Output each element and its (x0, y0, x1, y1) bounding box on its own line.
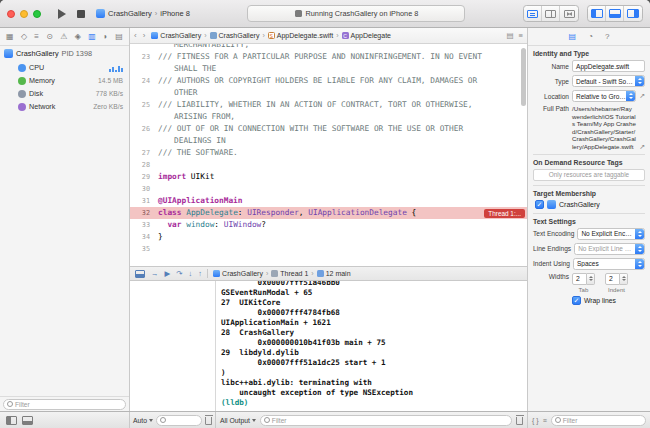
location-dropdown[interactable]: Relative to Group (572, 90, 636, 102)
debug-crumb[interactable]: CrashGallery (213, 270, 263, 277)
file-inspector-tab[interactable]: ▤ (569, 32, 577, 41)
indent-width-stepper[interactable]: 2 (605, 273, 628, 285)
reveal-location-arrow-icon[interactable]: ↗ (639, 92, 645, 100)
gauge-row-memory[interactable]: Memory14.5 MB (0, 74, 129, 87)
editor-options-icon[interactable]: ▤ (507, 31, 514, 40)
code-line[interactable]: SHALL THE (130, 63, 527, 75)
code-line[interactable]: OTHER (130, 87, 527, 99)
continue-icon[interactable]: ▶ (165, 269, 171, 279)
editor-options-icon[interactable]: ≡ (519, 31, 523, 40)
code-line[interactable]: 27/// THE SOFTWARE. (130, 147, 527, 159)
gauge-row-disk[interactable]: Disk778 KB/s (0, 87, 129, 100)
variables-scope-button[interactable]: Auto (133, 417, 153, 424)
list-icon[interactable]: ≡ (543, 417, 547, 424)
scheme-selector[interactable]: CrashGallery › iPhone 8 (96, 9, 190, 18)
jumpbar-item-project[interactable]: CrashGallery (151, 32, 201, 39)
code-line[interactable]: 34} (130, 231, 527, 243)
file-type-dropdown[interactable]: Default - Swift Source (572, 75, 645, 87)
source-control-navigator-icon[interactable]: ◇ (21, 32, 27, 41)
code-line[interactable]: 28 (130, 159, 527, 171)
console-filter-input[interactable]: Filter (260, 415, 512, 426)
symbol-navigator-icon[interactable]: ≡ (34, 32, 39, 41)
stepper-arrows-icon[interactable] (620, 273, 628, 285)
code-line[interactable]: 29import UIKit (130, 171, 527, 183)
back-button[interactable]: ‹ (134, 31, 139, 40)
console-output[interactable]: 0x00007fff51a46bb0GSEventRunModal + 6527… (216, 281, 527, 411)
test-navigator-icon[interactable]: ◈ (75, 32, 81, 41)
code-line[interactable]: DEALINGS IN (130, 135, 527, 147)
trash-icon[interactable] (205, 417, 212, 425)
find-navigator-icon[interactable]: ⊙ (46, 32, 53, 41)
code-line[interactable]: MERCHANTABILITY, (130, 44, 527, 51)
source-editor[interactable]: MERCHANTABILITY,23/// FITNESS FOR A PART… (130, 44, 527, 266)
snippets-icon[interactable]: { } (532, 417, 539, 424)
toggle-navigator-button[interactable] (588, 6, 606, 21)
debug-navigator-icon[interactable]: ▥ (88, 32, 96, 41)
hide-debug-area-icon[interactable] (135, 270, 145, 278)
version-editor-button[interactable] (560, 6, 578, 21)
indent-using-dropdown[interactable]: Spaces (573, 258, 645, 270)
variables-view[interactable] (130, 281, 216, 411)
console-line: 0x00007fff51a1dc25 start + 1 (221, 358, 527, 368)
debug-crumb[interactable]: Thread 1 (271, 270, 308, 277)
code-line[interactable]: 35 (130, 243, 527, 255)
code-line[interactable]: 32class AppDelegate: UIResponder, UIAppl… (130, 207, 527, 219)
code-line[interactable]: 33 var window: UIWindow? (130, 219, 527, 231)
reveal-path-arrow-icon[interactable]: ↗ (639, 143, 645, 151)
line-endings-dropdown[interactable]: No Explicit Line Endings (574, 243, 645, 255)
console-scope-button[interactable]: All Output (220, 417, 256, 424)
toggle-debug-area-button[interactable] (606, 6, 624, 21)
forward-button[interactable]: › (143, 31, 148, 40)
stepper-arrows-icon[interactable] (587, 273, 595, 285)
file-name-field[interactable]: AppDelegate.swift (572, 60, 645, 72)
history-inspector-tab[interactable]: ◔ (588, 32, 593, 41)
run-button[interactable] (58, 9, 66, 19)
report-navigator-icon[interactable]: ▤ (115, 32, 123, 41)
odr-tags-field[interactable]: Only resources are taggable (533, 169, 645, 181)
process-row[interactable]: CrashGallery PID 1398 (0, 46, 129, 61)
checkbox-checked-icon[interactable]: ✓ (535, 200, 544, 209)
toggle-inspector-button[interactable] (624, 6, 642, 21)
code-text: ARISING FROM, (154, 111, 235, 123)
step-out-icon[interactable]: ↑ (198, 269, 202, 279)
code-line[interactable]: ARISING FROM, (130, 111, 527, 123)
standard-editor-button[interactable] (524, 6, 542, 21)
minimize-window-button[interactable] (20, 10, 28, 18)
clear-console-icon[interactable] (516, 417, 523, 425)
code-line[interactable]: 24/// AUTHORS OR COPYRIGHT HOLDERS BE LI… (130, 75, 527, 87)
variables-filter-input[interactable] (156, 415, 202, 426)
step-over-icon[interactable]: ↷ (176, 269, 182, 279)
show-navigator-pane-icon[interactable] (6, 416, 17, 425)
editor-scrollbar[interactable] (521, 48, 526, 106)
jumpbar-item-group[interactable]: CrashGallery (210, 32, 260, 39)
code-line[interactable]: 31@UIApplicationMain (130, 195, 527, 207)
code-line[interactable]: 26/// OUT OF OR IN CONNECTION WITH THE S… (130, 123, 527, 135)
navigator-filter-input[interactable]: Filter (3, 399, 126, 410)
code-line[interactable]: 25/// LIABILITY, WHETHER IN AN ACTION OF… (130, 99, 527, 111)
breakpoints-icon[interactable]: → (151, 269, 159, 279)
issue-navigator-icon[interactable]: ⚠ (60, 32, 67, 41)
breakpoint-navigator-icon[interactable]: ◗ (103, 32, 108, 41)
debug-crumb[interactable]: 12 main (317, 270, 351, 277)
indent-caption: Indent (608, 286, 625, 293)
gauge-row-network[interactable]: NetworkZero KB/s (0, 100, 129, 113)
assistant-editor-button[interactable] (542, 6, 560, 21)
stop-button[interactable] (77, 10, 85, 18)
jumpbar-item-file[interactable]: SAppDelegate.swift (268, 32, 333, 39)
zoom-window-button[interactable] (33, 10, 41, 18)
tab-width-stepper[interactable]: 2 (572, 273, 595, 285)
wrap-lines-checkbox[interactable]: ✓ (572, 296, 581, 305)
step-into-icon[interactable]: ↓ (189, 269, 193, 279)
text-encoding-dropdown[interactable]: No Explicit Encoding (577, 228, 645, 240)
gauge-row-cpu[interactable]: CPU (0, 61, 129, 74)
show-debug-pane-icon[interactable] (22, 416, 33, 425)
code-line[interactable]: 23/// FITNESS FOR A PARTICULAR PURPOSE A… (130, 51, 527, 63)
quick-help-inspector-tab[interactable]: ? (605, 32, 609, 41)
runtime-error-badge[interactable]: Thread 1:... (484, 209, 525, 218)
project-navigator-icon[interactable]: ▦ (6, 32, 14, 41)
inspector-filter-input[interactable]: Filter (551, 415, 646, 426)
target-membership-row[interactable]: ✓ CrashGallery (533, 200, 645, 209)
close-window-button[interactable] (7, 10, 15, 18)
code-line[interactable]: 30 (130, 183, 527, 195)
jumpbar-item-symbol[interactable]: CAppDelegate (342, 32, 391, 39)
